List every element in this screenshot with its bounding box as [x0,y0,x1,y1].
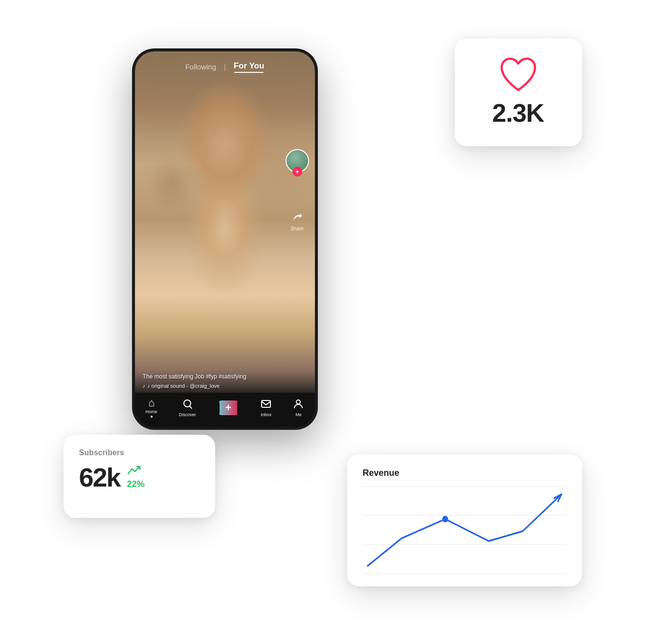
home-active-dot [151,416,153,418]
caption-sound: ♪ ♪ original sound - @craig_love [143,383,286,389]
subscribers-value-row: 62k 22% [79,462,200,492]
nav-home[interactable]: ⌂ Home [146,398,157,418]
revenue-card: Revenue [347,454,582,586]
likes-card: 2.3K [455,39,582,146]
nav-discover[interactable]: Discover [179,399,196,417]
share-button[interactable]: Share [288,212,307,231]
share-label: Share [290,226,304,231]
inbox-icon [261,399,271,411]
heart-icon [499,57,538,93]
side-actions: + Share [286,149,309,231]
growth-percent: 22% [127,479,145,489]
music-note-icon: ♪ [143,383,146,389]
phone: Following | For You + [132,48,318,430]
me-label: Me [295,412,302,417]
revenue-chart [363,486,566,574]
trend-up-icon [127,465,141,478]
svg-point-4 [442,515,448,522]
revenue-title: Revenue [363,468,566,478]
person-silhouette [156,81,293,325]
subscribers-value: 62k [79,462,120,492]
add-button[interactable]: + [218,400,239,415]
caption-text: The most satisfying Job #fyp #satisfying [143,372,286,381]
nav-divider: | [224,63,226,71]
nav-add[interactable]: + [218,400,239,415]
home-icon: ⌂ [148,398,155,408]
phone-bottom-nav: ⌂ Home Discover + [135,393,315,427]
nav-foryou-wrap: For You [234,61,265,73]
nav-foryou[interactable]: For You [234,61,265,70]
chart-svg [363,486,566,574]
subscribers-growth: 22% [127,465,145,489]
add-icon: + [225,401,232,414]
subscribers-title: Subscribers [79,448,200,457]
discover-icon [182,399,193,411]
svg-point-3 [296,400,300,404]
phone-top-nav: Following | For You [135,51,315,79]
follow-button[interactable]: + [292,167,302,177]
svg-rect-2 [262,400,270,407]
subscribers-card: Subscribers 62k 22% [64,435,215,518]
me-icon [293,399,304,411]
video-caption: The most satisfying Job #fyp #satisfying… [143,372,286,389]
discover-label: Discover [179,412,196,417]
creator-avatar[interactable]: + [286,149,309,173]
nav-me[interactable]: Me [293,399,304,417]
sound-text: ♪ original sound - @craig_love [147,383,220,389]
nav-following[interactable]: Following [185,63,216,71]
nav-foryou-underline [234,72,264,73]
svg-line-1 [190,406,192,408]
home-label: Home [146,409,157,414]
share-icon [289,212,305,224]
likes-count: 2.3K [492,98,544,128]
svg-point-0 [184,400,191,407]
nav-inbox[interactable]: Inbox [261,399,271,417]
inbox-label: Inbox [261,412,271,417]
scene: Following | For You + [54,29,592,616]
